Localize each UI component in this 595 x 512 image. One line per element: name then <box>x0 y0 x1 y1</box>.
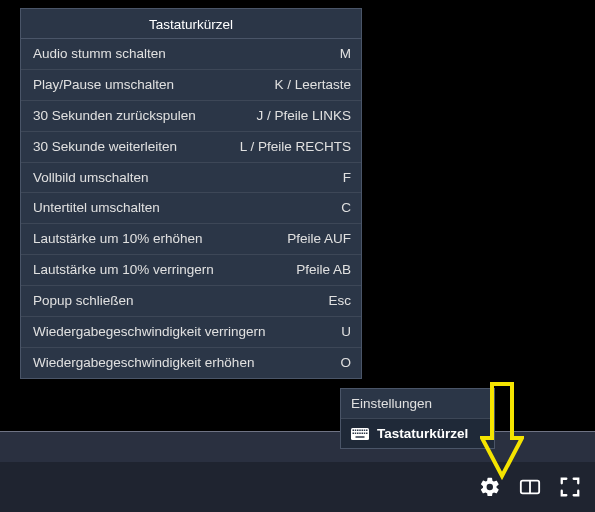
shortcut-label: Lautstärke um 10% erhöhen <box>33 231 279 248</box>
submenu-label: Tastaturkürzel <box>377 426 468 441</box>
shortcut-key: Esc <box>328 293 351 308</box>
shortcut-key: U <box>341 324 351 339</box>
settings-submenu: Einstellungen Tastaturkürzel <box>340 388 495 449</box>
shortcut-row: Popup schließenEsc <box>21 286 361 317</box>
shortcut-row: Vollbild umschaltenF <box>21 163 361 194</box>
shortcut-label: Play/Pause umschalten <box>33 77 266 94</box>
theater-mode-icon[interactable] <box>519 476 541 498</box>
shortcut-key: O <box>340 355 351 370</box>
svg-rect-7 <box>362 429 364 431</box>
svg-rect-8 <box>364 429 366 431</box>
shortcut-label: Vollbild umschalten <box>33 170 335 187</box>
svg-rect-5 <box>357 429 359 431</box>
gear-icon[interactable] <box>479 476 501 498</box>
shortcut-row: Wiedergabegeschwindigkeit verringernU <box>21 317 361 348</box>
shortcut-row: Play/Pause umschaltenK / Leertaste <box>21 70 361 101</box>
player-controls-right <box>479 476 581 498</box>
shortcut-row: Wiedergabegeschwindigkeit erhöhenO <box>21 348 361 378</box>
svg-rect-3 <box>353 429 355 431</box>
shortcut-label: Lautstärke um 10% verringern <box>33 262 288 279</box>
svg-rect-10 <box>353 432 355 434</box>
svg-rect-15 <box>364 432 366 434</box>
fullscreen-icon[interactable] <box>559 476 581 498</box>
shortcut-label: Popup schließen <box>33 293 320 310</box>
shortcut-key: F <box>343 170 351 185</box>
shortcut-row: 30 Sekunden zurückspulenJ / Pfeile LINKS <box>21 101 361 132</box>
shortcut-label: Wiedergabegeschwindigkeit erhöhen <box>33 355 332 372</box>
svg-rect-16 <box>366 432 368 434</box>
shortcut-label: 30 Sekunden zurückspulen <box>33 108 248 125</box>
shortcut-key: K / Leertaste <box>274 77 351 92</box>
player-control-bar <box>0 432 595 512</box>
svg-rect-13 <box>359 432 361 434</box>
svg-rect-12 <box>357 432 359 434</box>
submenu-label: Einstellungen <box>351 396 432 411</box>
shortcut-row: Lautstärke um 10% erhöhenPfeile AUF <box>21 224 361 255</box>
shortcut-label: 30 Sekunde weiterleiten <box>33 139 232 156</box>
shortcut-row: Untertitel umschaltenC <box>21 193 361 224</box>
submenu-item-settings[interactable]: Einstellungen <box>341 389 494 419</box>
shortcut-label: Wiedergabegeschwindigkeit verringern <box>33 324 333 341</box>
shortcut-row: 30 Sekunde weiterleitenL / Pfeile RECHTS <box>21 132 361 163</box>
shortcut-row: Audio stumm schaltenM <box>21 39 361 70</box>
svg-rect-9 <box>366 429 368 431</box>
svg-rect-17 <box>356 436 365 438</box>
keyboard-icon <box>351 427 369 441</box>
shortcut-label: Audio stumm schalten <box>33 46 332 63</box>
shortcut-key: Pfeile AB <box>296 262 351 277</box>
shortcut-key: M <box>340 46 351 61</box>
svg-rect-11 <box>355 432 357 434</box>
svg-rect-14 <box>362 432 364 434</box>
shortcut-key: C <box>341 200 351 215</box>
shortcut-key: J / Pfeile LINKS <box>256 108 351 123</box>
submenu-item-shortcuts[interactable]: Tastaturkürzel <box>341 419 494 448</box>
shortcut-row: Lautstärke um 10% verringernPfeile AB <box>21 255 361 286</box>
shortcut-key: L / Pfeile RECHTS <box>240 139 351 154</box>
svg-rect-6 <box>359 429 361 431</box>
svg-rect-4 <box>355 429 357 431</box>
keyboard-shortcuts-popup: Tastaturkürzel Audio stumm schaltenM Pla… <box>20 8 362 379</box>
popup-title: Tastaturkürzel <box>21 9 361 39</box>
shortcut-label: Untertitel umschalten <box>33 200 333 217</box>
shortcut-key: Pfeile AUF <box>287 231 351 246</box>
